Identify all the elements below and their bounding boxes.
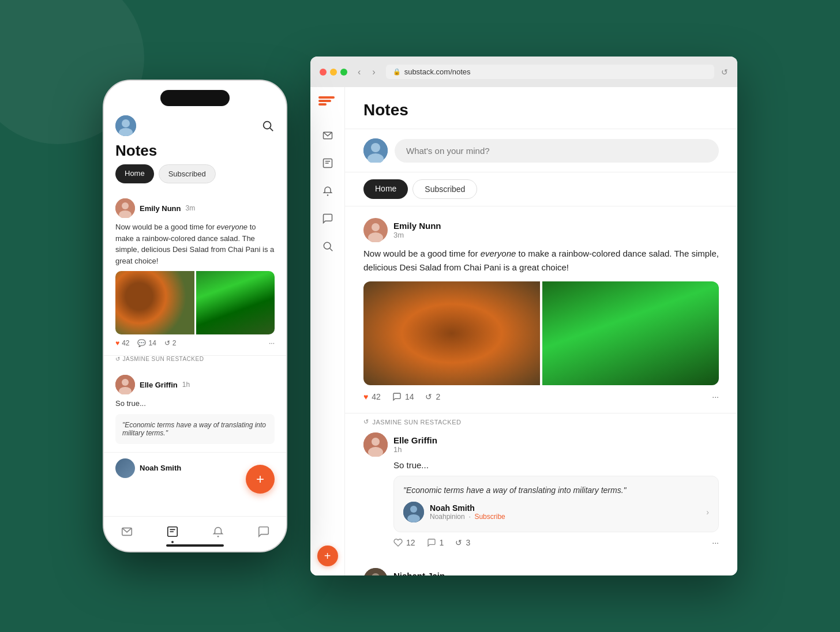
- browser-quote-arrow[interactable]: ›: [706, 507, 709, 517]
- phone-nav-chat[interactable]: [256, 524, 272, 540]
- phone-comment-count: 14: [148, 339, 156, 347]
- svg-point-9: [122, 379, 129, 386]
- phone-notch: [160, 90, 230, 106]
- phone-restack-symbol: ↺: [115, 356, 121, 362]
- browser-post-nishant: Nishant Jain 1d "The self may be royal, …: [345, 556, 737, 575]
- phone-nav-inbox[interactable]: [119, 524, 135, 540]
- phone-user-avatar[interactable]: [115, 115, 136, 136]
- browser-close-btn[interactable]: [320, 69, 327, 76]
- browser-elle-restack-btn[interactable]: ↺ 3: [455, 538, 470, 547]
- browser-emily-comment-btn[interactable]: 14: [392, 392, 414, 401]
- browser-elle-like-btn[interactable]: 12: [393, 538, 415, 547]
- browser-emily-more-btn[interactable]: ···: [712, 392, 719, 401]
- sidebar-chat-btn[interactable]: [316, 207, 339, 230]
- browser-emily-name: Emily Nunn: [393, 221, 441, 231]
- browser-emily-like-btn[interactable]: ♥ 42: [363, 392, 381, 401]
- svg-point-34: [407, 514, 420, 522]
- browser-emily-restacks: 2: [436, 392, 440, 401]
- phone-elle-time: 1h: [182, 381, 190, 389]
- phone-noah-avatar: [115, 458, 135, 478]
- svg-point-33: [410, 506, 417, 513]
- browser-tab-home[interactable]: Home: [363, 179, 408, 199]
- browser-refresh-btn[interactable]: ↺: [721, 67, 728, 77]
- phone-like-btn[interactable]: ♥ 42: [115, 339, 129, 347]
- svg-point-21: [324, 242, 331, 249]
- phone-more-btn[interactable]: ···: [269, 339, 275, 347]
- browser-body: + Notes: [310, 87, 737, 575]
- browser-post-elle: Elle Griffin 1h So true... "Economic ter…: [345, 430, 737, 556]
- phone-tab-subscribed[interactable]: Subscribed: [159, 164, 216, 183]
- phone-notes-title: Notes: [104, 142, 286, 164]
- browser-feed-tabs: Home Subscribed: [345, 172, 737, 206]
- phone-emily-info: Emily Nunn: [140, 204, 181, 213]
- browser-maximize-btn[interactable]: [340, 69, 347, 76]
- browser-url: substack.com/notes: [404, 67, 471, 76]
- phone-post-emily: Emily Nunn 3m Now would be a good time f…: [104, 190, 286, 356]
- browser-sidebar: +: [310, 87, 345, 575]
- phone-elle-text: So true...: [115, 398, 275, 409]
- substack-logo: [318, 96, 337, 115]
- browser-food-image-1: [363, 281, 540, 385]
- browser-quote-author-row: Noah Smith Noahpinion · Subscribe ›: [403, 502, 709, 522]
- svg-point-27: [372, 223, 380, 231]
- svg-line-22: [329, 249, 332, 251]
- browser-quote-card: "Economic terms have a way of translatin…: [393, 476, 719, 532]
- sidebar-fab-btn[interactable]: +: [317, 546, 338, 566]
- phone-emily-avatar[interactable]: [115, 198, 135, 218]
- browser-elle-restack-icon: ↺: [455, 538, 462, 547]
- sidebar-notes-btn[interactable]: [316, 152, 339, 175]
- browser-tab-subscribed[interactable]: Subscribed: [412, 179, 477, 199]
- browser-emily-restack-btn[interactable]: ↺ 2: [425, 392, 440, 401]
- phone-tab-home[interactable]: Home: [115, 164, 154, 183]
- browser-elle-comment-btn[interactable]: 1: [427, 538, 444, 547]
- browser-emily-info: Emily Nunn 3m: [393, 221, 441, 239]
- browser-emily-avatar[interactable]: [363, 218, 388, 242]
- svg-line-4: [270, 128, 273, 131]
- phone-like-count: 42: [122, 339, 129, 347]
- sidebar-inbox-btn[interactable]: [316, 124, 339, 147]
- phone-restack-count: 2: [172, 339, 177, 347]
- sidebar-search-btn[interactable]: [316, 235, 339, 258]
- browser-heart-icon: ♥: [363, 392, 368, 401]
- phone-quote-text: "Economic terms have a way of translatin…: [122, 421, 266, 437]
- browser-address-bar[interactable]: 🔒 substack.com/notes: [386, 65, 714, 79]
- browser-content-header: Notes: [345, 87, 737, 129]
- phone-elle-avatar[interactable]: [115, 375, 135, 394]
- phone-food-images: [115, 271, 275, 334]
- browser-back-btn[interactable]: ‹: [354, 66, 364, 78]
- browser-elle-likes: 12: [406, 538, 415, 547]
- browser-main-content[interactable]: Notes Home Subscribe: [345, 87, 737, 575]
- phone-restack-label: ↺ JASMINE SUN RESTACKED: [104, 356, 286, 362]
- phone-quote-box: "Economic terms have a way of translatin…: [115, 414, 275, 444]
- browser-emily-time: 3m: [393, 231, 441, 239]
- browser-noah-name: Noah Smith: [430, 503, 505, 513]
- browser-minimize-btn[interactable]: [330, 69, 337, 76]
- browser-emily-text: Now would be a good time for everyone to…: [363, 247, 719, 274]
- phone-comment-btn[interactable]: 💬 14: [137, 339, 156, 347]
- browser-elle-avatar[interactable]: [363, 432, 388, 457]
- browser-noah-info: Noah Smith Noahpinion · Subscribe: [430, 503, 505, 521]
- browser-food-images: [363, 281, 719, 385]
- phone-food-image-1: [115, 271, 194, 334]
- phone-search-icon[interactable]: [261, 119, 275, 133]
- browser-nishant-avatar[interactable]: [363, 568, 388, 575]
- svg-point-3: [264, 122, 271, 129]
- phone-fab-button[interactable]: +: [246, 465, 275, 494]
- phone-post-actions: ♥ 42 💬 14 ↺ 2 ···: [115, 339, 275, 347]
- browser-subscribe-link[interactable]: Subscribe: [474, 513, 505, 521]
- phone-nav-bell[interactable]: [210, 524, 226, 540]
- browser-noahpinion: Noahpinion: [430, 513, 465, 521]
- phone-restack-btn[interactable]: ↺ 2: [164, 339, 177, 347]
- phone-restack-icon: ↺: [164, 339, 170, 347]
- browser-elle-more-btn[interactable]: ···: [712, 538, 719, 547]
- phone-nav-notes[interactable]: [164, 524, 181, 540]
- phone-emily-author-row: Emily Nunn 3m: [115, 198, 275, 218]
- browser-elle-actions: 12 1 ↺ 3 ···: [363, 538, 719, 547]
- browser-noah-publication: Noahpinion · Subscribe: [430, 513, 505, 521]
- sidebar-fab-icon: +: [324, 550, 331, 563]
- browser-forward-btn[interactable]: ›: [369, 66, 378, 78]
- compose-input[interactable]: [395, 139, 719, 163]
- browser-nav-controls: ‹ ›: [354, 66, 379, 78]
- sidebar-bell-btn[interactable]: [316, 179, 339, 202]
- browser-lock-icon: 🔒: [393, 68, 401, 76]
